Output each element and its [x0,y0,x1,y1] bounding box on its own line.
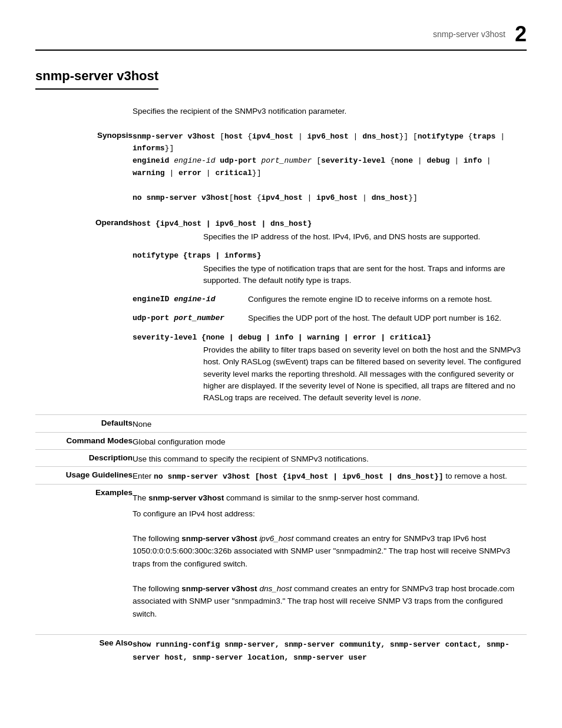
operand-host: host {ipv4_host | ipv6_host | dns_host} … [133,218,527,243]
defaults-row: Defaults None [35,415,527,432]
command-modes-row: Command Modes Global configuration mode [35,432,527,449]
operand-severity: severity-level {none | debug | info | wa… [133,332,527,404]
synopsis-label: Synopsis [35,125,133,213]
examples-label: Examples [35,484,133,625]
example-2: To configure an IPv4 host address: [133,508,527,521]
defaults-value: None [133,415,527,432]
operand-host-desc: Specifies the IP address of the host. IP… [203,231,527,243]
synopsis-value: snmp-server v3host [host {ipv4_host | ip… [133,125,527,213]
operands-label-text: Operands [95,218,133,227]
command-modes-label-text: Command Modes [66,436,133,445]
example-4: The following snmp-server v3host dns_hos… [133,582,527,621]
doc-title: snmp-server v3host [35,68,158,90]
page: snmp-server v3host 2 snmp-server v3host … [0,0,562,728]
usage-guidelines-label-text: Usage Guidelines [66,470,133,479]
synopsis-line3: no snmp-server v3host[host {ipv4_host | … [133,193,418,202]
examples-row: Examples The snmp-server v3host command … [35,484,527,625]
operand-engineid: engineID engine-id Configures the remote… [133,294,527,305]
operands-row: Operands host {ipv4_host | ipv6_host | d… [35,212,527,415]
synopsis-block: snmp-server v3host [host {ipv4_host | ip… [133,131,527,205]
command-modes-value: Global configuration mode [133,432,527,449]
operand-notifytype: notifytype {traps | informs} Specifies t… [133,250,527,286]
see-also-label-text: See Also [99,638,133,647]
defaults-label: Defaults [35,415,133,432]
operand-host-name: host {ipv4_host | ipv6_host | dns_host} [133,218,527,230]
intro-row: Specifies the recipient of the SNMPv3 no… [35,103,527,125]
usage-guidelines-value: Enter no snmp-server v3host [host {ipv4_… [133,467,527,485]
operand-severity-name: severity-level {none | debug | info | wa… [133,332,527,344]
operand-severity-desc: Provides the ability to filter traps bas… [203,344,527,404]
usage-guidelines-row: Usage Guidelines Enter no snmp-server v3… [35,467,527,485]
operand-engineid-desc: Configures the remote engine ID to recei… [248,294,492,305]
content-table: Specifies the recipient of the SNMPv3 no… [35,103,527,665]
page-number: 2 [515,24,527,45]
synopsis-line2: engineid engine-id udp-port port_number … [133,156,491,177]
operand-notifytype-desc: Specifies the type of notification traps… [203,263,527,287]
operand-udpport-name: udp-port port_number [133,312,239,324]
description-label-text: Description [89,453,133,462]
header-title: snmp-server v3host [433,29,505,39]
synopsis-row: Synopsis snmp-server v3host [host {ipv4_… [35,125,527,213]
usage-mono: no snmp-server v3host [host {ipv4_host |… [154,472,444,481]
description-value: Use this command to specify the recipien… [133,449,527,466]
operand-notifytype-name: notifytype {traps | informs} [133,250,527,262]
synopsis-label-text: Synopsis [97,131,133,140]
see-also-row: See Also show running-config snmp-server… [35,634,527,665]
synopsis-line1: snmp-server v3host [host {ipv4_host | ip… [133,132,505,153]
operands-value: host {ipv4_host | ipv6_host | dns_host} … [133,212,527,415]
see-also-links: show running-config snmp-server, snmp-se… [133,640,510,662]
example-3: The following snmp-server v3host ipv6_ho… [133,532,527,571]
operand-udpport-desc: Specifies the UDP port of the host. The … [248,312,501,324]
description-label: Description [35,449,133,466]
intro-label-col [35,103,133,125]
see-also-value: show running-config snmp-server, snmp-se… [133,634,527,665]
command-modes-label: Command Modes [35,432,133,449]
intro-text: Specifies the recipient of the SNMPv3 no… [133,103,527,125]
header-bar: snmp-server v3host 2 [35,24,527,51]
usage-guidelines-label: Usage Guidelines [35,467,133,485]
example-1: The snmp-server v3host command is simila… [133,492,527,505]
operands-label: Operands [35,212,133,415]
examples-label-text: Examples [95,488,133,497]
description-row: Description Use this command to specify … [35,449,527,466]
examples-value: The snmp-server v3host command is simila… [133,484,527,625]
see-also-label: See Also [35,634,133,665]
operand-engineid-name: engineID engine-id [133,294,239,305]
operand-udpport: udp-port port_number Specifies the UDP p… [133,312,527,324]
defaults-label-text: Defaults [101,419,133,427]
spacer [35,625,527,634]
spacer-row [35,625,527,634]
